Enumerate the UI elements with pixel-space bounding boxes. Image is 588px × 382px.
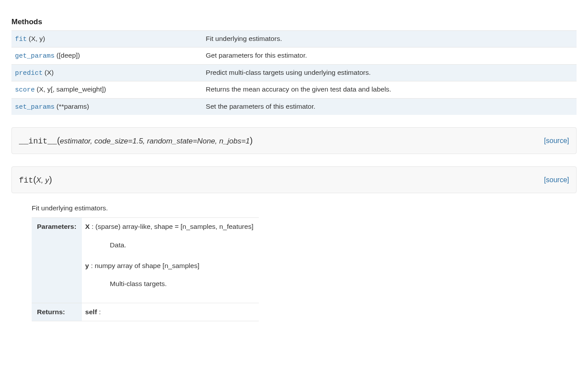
method-desc: Fit underlying estimators. bbox=[202, 30, 577, 48]
method-link-score[interactable]: score bbox=[15, 86, 35, 94]
table-row: predict (X) Predict multi-class targets … bbox=[11, 64, 577, 81]
table-row: fit (X, y) Fit underlying estimators. bbox=[11, 30, 577, 48]
param-y-name: y bbox=[85, 262, 89, 269]
method-args: (X) bbox=[43, 69, 54, 76]
returns-label: Returns: bbox=[32, 303, 82, 321]
method-link-predict[interactable]: predict bbox=[15, 70, 43, 77]
fit-params: X, y bbox=[36, 176, 49, 184]
fit-summary: Fit underlying estimators. bbox=[32, 203, 577, 213]
param-x-type: : (sparse) array-like, shape = [n_sample… bbox=[90, 223, 254, 230]
method-desc: Predict multi-class targets using underl… bbox=[202, 64, 577, 81]
source-link[interactable]: [source] bbox=[544, 175, 569, 185]
parameters-label: Parameters: bbox=[32, 218, 82, 303]
method-link-get-params[interactable]: get_params bbox=[15, 52, 55, 60]
methods-summary-table: fit (X, y) Fit underlying estimators. ge… bbox=[11, 30, 577, 115]
table-row: set_params (**params) Set the parameters… bbox=[11, 98, 577, 115]
init-params: estimator, code_size=1.5, random_state=N… bbox=[60, 137, 250, 145]
param-x-desc: Data. bbox=[110, 240, 254, 250]
param-y-desc: Multi-class targets. bbox=[110, 279, 254, 289]
init-method-block: __init__(estimator, code_size=1.5, rando… bbox=[11, 127, 577, 154]
fit-method-block: fit(X, y) [source] Fit underlying estima… bbox=[11, 166, 577, 321]
method-link-fit[interactable]: fit bbox=[15, 36, 27, 43]
field-list-table: Parameters: X : (sparse) array-like, sha… bbox=[32, 217, 259, 321]
method-desc: Set the parameters of this estimator. bbox=[202, 98, 577, 115]
method-desc: Get parameters for this estimator. bbox=[202, 48, 577, 65]
return-self-type: : bbox=[97, 308, 101, 316]
init-name: __init__ bbox=[19, 137, 57, 146]
method-args: ([deep]) bbox=[55, 51, 80, 59]
method-link-set-params[interactable]: set_params bbox=[15, 103, 55, 111]
method-desc: Returns the mean accuracy on the given t… bbox=[202, 81, 577, 99]
fit-name: fit bbox=[19, 176, 33, 185]
method-args: (X, y[, sample_weight]) bbox=[35, 85, 106, 93]
method-args: (X, y) bbox=[27, 35, 45, 42]
method-args: (**params) bbox=[55, 103, 89, 110]
param-y-type: : numpy array of shape [n_samples] bbox=[89, 262, 199, 269]
methods-heading: Methods bbox=[11, 16, 577, 28]
return-self-name: self bbox=[85, 308, 97, 316]
source-link[interactable]: [source] bbox=[544, 136, 569, 146]
param-x-name: X bbox=[85, 223, 90, 230]
table-row: score (X, y[, sample_weight]) Returns th… bbox=[11, 81, 577, 99]
table-row: get_params ([deep]) Get parameters for t… bbox=[11, 48, 577, 65]
